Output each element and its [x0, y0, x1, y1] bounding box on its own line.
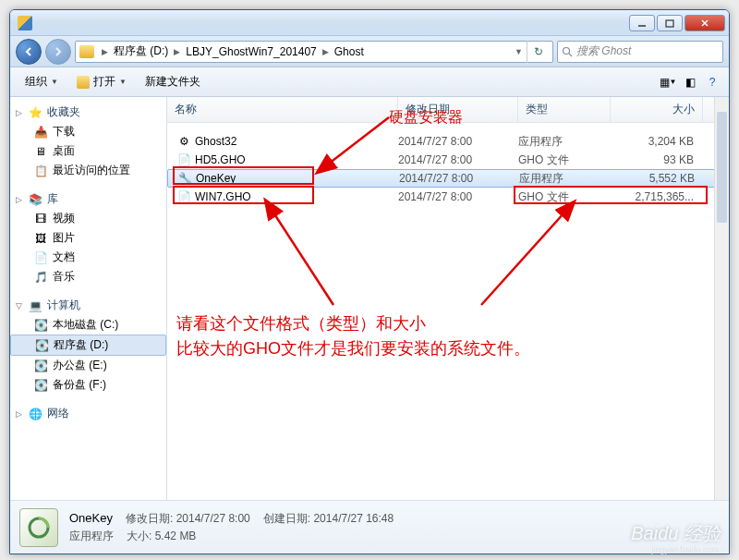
sidebar-libraries[interactable]: ▷📚库 [10, 189, 166, 209]
breadcrumb-sep: ▶ [170, 47, 184, 56]
open-button[interactable]: 打开▼ [67, 70, 136, 93]
close-button[interactable] [684, 15, 725, 31]
col-name[interactable]: 名称 [167, 97, 398, 122]
col-date[interactable]: 修改日期 [398, 97, 518, 122]
forward-button[interactable] [45, 39, 71, 65]
col-size[interactable]: 大小 [611, 97, 703, 122]
sidebar: ▷⭐收藏夹 📥下载 🖥桌面 📋最近访问的位置 ▷📚库 🎞视频 🖼图片 📄文档 🎵… [10, 97, 167, 500]
sidebar-drive-d[interactable]: 💽程序盘 (D:) [10, 335, 166, 356]
search-placeholder: 搜索 Ghost [576, 43, 631, 59]
sidebar-music[interactable]: 🎵音乐 [10, 267, 166, 286]
drive-icon: 💽 [32, 359, 49, 373]
sidebar-videos[interactable]: 🎞视频 [10, 209, 166, 228]
titlebar [10, 10, 729, 36]
download-icon: 📥 [32, 125, 49, 140]
file-row[interactable]: 📄WIN7.GHO 2014/7/27 8:00 GHO 文件 2,715,36… [167, 188, 729, 206]
file-icon: 📄 [176, 152, 191, 167]
svg-line-8 [481, 213, 564, 305]
body: ▷⭐收藏夹 📥下载 🖥桌面 📋最近访问的位置 ▷📚库 🎞视频 🖼图片 📄文档 🎵… [10, 97, 729, 500]
picture-icon: 🖼 [32, 231, 49, 246]
address-bar: ▶ 程序盘 (D:) ▶ LBJY_GhostWin7_201407 ▶ Gho… [10, 36, 729, 67]
star-icon: ⭐ [27, 105, 43, 120]
sidebar-drive-f[interactable]: 💽备份盘 (F:) [10, 375, 166, 395]
music-icon: 🎵 [32, 270, 49, 285]
organize-menu[interactable]: 组织▼ [16, 70, 67, 93]
annotation-main: 请看这个文件格式（类型）和大小 比较大的GHO文件才是我们要安装的系统文件。 [176, 311, 530, 361]
breadcrumb[interactable]: ▶ 程序盘 (D:) ▶ LBJY_GhostWin7_201407 ▶ Gho… [75, 41, 553, 63]
app-icon: 🔧 [177, 171, 192, 186]
breadcrumb-part[interactable]: 程序盘 (D:) [112, 43, 170, 59]
svg-point-4 [563, 47, 570, 54]
sidebar-downloads[interactable]: 📥下载 [10, 122, 166, 141]
file-row-selected[interactable]: 🔧OneKey 2014/7/27 8:00 应用程序 5,552 KB [167, 169, 729, 188]
sidebar-recent[interactable]: 📋最近访问的位置 [10, 161, 166, 180]
file-icon: 📄 [176, 189, 191, 204]
details-pane: OneKey 修改日期: 2014/7/27 8:00 创建日期: 2014/7… [10, 500, 729, 554]
col-type[interactable]: 类型 [518, 97, 611, 122]
search-input[interactable]: 搜索 Ghost [557, 41, 723, 63]
file-list: 名称 修改日期 类型 大小 硬盘安装器 ⚙Ghost32 2014/7/27 8… [167, 97, 729, 500]
file-large-icon [19, 508, 58, 547]
sidebar-documents[interactable]: 📄文档 [10, 248, 166, 267]
details-type: 应用程序 [69, 529, 114, 544]
column-headers: 名称 修改日期 类型 大小 [167, 97, 729, 123]
breadcrumb-part[interactable]: Ghost [333, 45, 366, 58]
breadcrumb-sep: ▶ [98, 47, 112, 56]
computer-icon: 💻 [27, 298, 43, 313]
sidebar-computer[interactable]: ▽💻计算机 [10, 296, 166, 315]
sidebar-drive-c[interactable]: 💽本地磁盘 (C:) [10, 315, 166, 335]
explorer-window: ▶ 程序盘 (D:) ▶ LBJY_GhostWin7_201407 ▶ Gho… [9, 9, 730, 554]
sidebar-favorites[interactable]: ▷⭐收藏夹 [10, 103, 166, 122]
svg-line-7 [273, 213, 333, 305]
video-icon: 🎞 [32, 212, 49, 226]
maximize-button[interactable] [657, 15, 683, 31]
drive-icon: 💽 [32, 378, 49, 393]
drive-icon: 💽 [33, 338, 50, 353]
file-row[interactable]: ⚙Ghost32 2014/7/27 8:00 应用程序 3,204 KB [167, 132, 729, 151]
svg-rect-1 [666, 20, 673, 27]
minimize-button[interactable] [629, 15, 655, 31]
view-mode-button[interactable]: ▦ ▼ [657, 71, 679, 93]
back-button[interactable] [16, 39, 42, 65]
sidebar-drive-e[interactable]: 💽办公盘 (E:) [10, 356, 166, 375]
window-icon [18, 16, 32, 30]
breadcrumb-part[interactable]: LBJY_GhostWin7_201407 [184, 45, 318, 58]
file-row[interactable]: 📄HD5.GHO 2014/7/27 8:00 GHO 文件 93 KB [167, 151, 729, 169]
drive-icon: 💽 [32, 318, 49, 333]
exe-icon: ⚙ [176, 134, 191, 149]
new-folder-button[interactable]: 新建文件夹 [136, 70, 210, 93]
preview-pane-button[interactable]: ◧ [679, 71, 701, 93]
folder-icon [79, 45, 94, 58]
network-icon: 🌐 [27, 407, 43, 421]
sidebar-desktop[interactable]: 🖥桌面 [10, 141, 166, 161]
recent-icon: 📋 [32, 164, 49, 178]
breadcrumb-dropdown[interactable]: ▼ [511, 47, 527, 56]
toolbar: 组织▼ 打开▼ 新建文件夹 ▦ ▼ ◧ ? [10, 67, 729, 97]
open-icon [77, 76, 90, 89]
details-name: OneKey [69, 511, 113, 527]
help-button[interactable]: ? [701, 71, 723, 93]
document-icon: 📄 [32, 250, 49, 265]
scrollbar-thumb[interactable] [717, 112, 727, 223]
svg-line-5 [569, 54, 572, 56]
desktop-icon: 🖥 [32, 144, 49, 159]
refresh-button[interactable]: ↻ [527, 41, 549, 63]
search-icon [562, 46, 573, 57]
sidebar-network[interactable]: ▷🌐网络 [10, 404, 166, 423]
sidebar-pictures[interactable]: 🖼图片 [10, 228, 166, 248]
files: ⚙Ghost32 2014/7/27 8:00 应用程序 3,204 KB 📄H… [167, 123, 729, 206]
breadcrumb-sep: ▶ [319, 47, 333, 56]
library-icon: 📚 [27, 192, 43, 207]
vertical-scrollbar[interactable] [714, 97, 729, 500]
